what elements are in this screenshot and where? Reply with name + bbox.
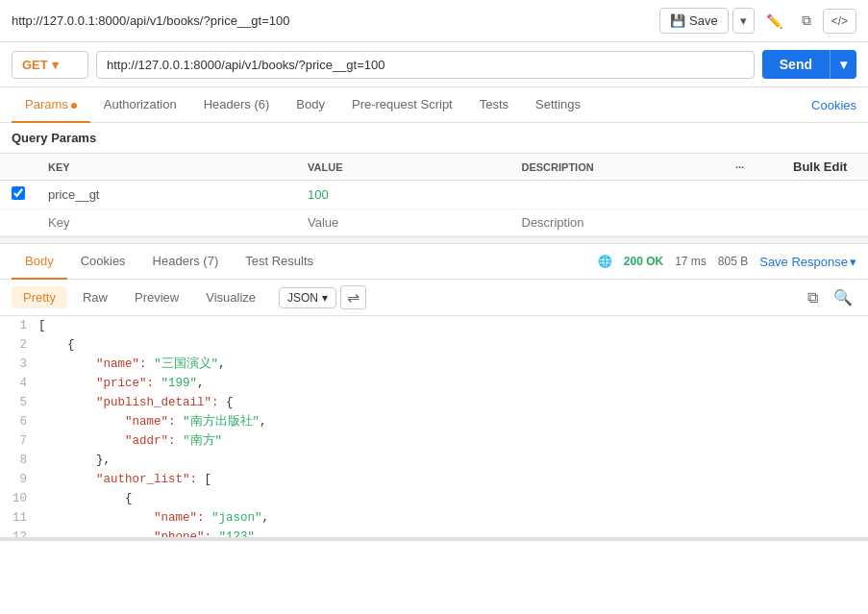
params-table: KEY VALUE DESCRIPTION ··· Bulk Edit xyxy=(0,153,868,236)
send-button[interactable]: Send ▾ xyxy=(762,50,856,79)
save-response-button[interactable]: Save Response ▾ xyxy=(759,255,856,269)
th-description: DESCRIPTION xyxy=(510,154,725,181)
tab-authorization[interactable]: Authorization xyxy=(90,87,190,123)
wrap-button[interactable]: ⇌ xyxy=(340,285,366,309)
line-content: "phone": "123" xyxy=(38,528,868,537)
resp-tab-cookies[interactable]: Cookies xyxy=(67,244,139,280)
edit-button[interactable]: ✏️ xyxy=(758,9,790,34)
line-content: "publish_detail": { xyxy=(38,393,868,412)
code-line: 8 }, xyxy=(0,451,868,470)
bulk-edit-button[interactable]: Bulk Edit xyxy=(793,160,847,174)
tab-headers[interactable]: Headers (6) xyxy=(190,87,284,123)
response-time: 17 ms xyxy=(675,255,707,268)
code-area: 1[2 {3 "name": "三国演义",4 "price": "199",5… xyxy=(0,316,868,537)
line-number: 11 xyxy=(0,508,38,528)
response-tabs: Body Cookies Headers (7) Test Results 🌐 … xyxy=(0,244,868,280)
search-response-button[interactable]: 🔍 xyxy=(830,286,856,308)
row-checkbox[interactable] xyxy=(12,186,25,200)
request-tabs: Params Authorization Headers (6) Body Pr… xyxy=(0,87,868,123)
tab-prerequest[interactable]: Pre-request Script xyxy=(338,87,466,123)
line-number: 4 xyxy=(0,374,38,393)
tab-params[interactable]: Params xyxy=(12,87,90,123)
save-button[interactable]: 💾 Save xyxy=(659,8,729,34)
code-line: 12 "phone": "123" xyxy=(0,528,868,537)
new-desc-input[interactable] xyxy=(522,215,713,230)
resp-tab-headers[interactable]: Headers (7) xyxy=(139,244,233,280)
line-number: 12 xyxy=(0,528,38,537)
code-line: 1[ xyxy=(0,316,868,335)
copy-response-button[interactable]: ⧉ xyxy=(804,286,822,308)
query-params-label: Query Params xyxy=(0,123,868,153)
line-number: 9 xyxy=(0,470,38,489)
save-icon: 💾 xyxy=(670,13,685,28)
tab-tests[interactable]: Tests xyxy=(466,87,522,123)
line-number: 6 xyxy=(0,412,38,431)
code-line: 5 "publish_detail": { xyxy=(0,393,868,412)
resize-handle[interactable] xyxy=(0,537,868,541)
fmt-tab-preview[interactable]: Preview xyxy=(123,286,190,308)
new-value-input[interactable] xyxy=(308,215,499,230)
line-number: 1 xyxy=(0,316,38,335)
th-bulk: Bulk Edit xyxy=(781,154,868,181)
value-input[interactable] xyxy=(308,187,499,202)
format-type-select[interactable]: JSON ▾ xyxy=(279,287,336,308)
globe-icon: 🌐 xyxy=(598,255,612,268)
code-line: 2 { xyxy=(0,335,868,355)
fmt-tab-raw[interactable]: Raw xyxy=(71,286,119,308)
key-input[interactable] xyxy=(48,187,285,202)
format-bar: Pretty Raw Preview Visualize JSON ▾ ⇌ ⧉ … xyxy=(0,280,868,316)
resp-tab-body[interactable]: Body xyxy=(12,244,67,280)
code-button[interactable]: </> xyxy=(823,9,856,34)
line-content: "name": "jason", xyxy=(38,508,868,528)
method-select[interactable]: GET ▾ xyxy=(12,51,88,79)
line-number: 7 xyxy=(0,431,38,451)
params-dot xyxy=(71,103,77,109)
line-content: "name": "南方出版社", xyxy=(38,412,868,431)
code-line: 10 { xyxy=(0,489,868,508)
line-content: "addr": "南方" xyxy=(38,431,868,451)
url-input[interactable] xyxy=(96,51,755,79)
code-line: 3 "name": "三国演义", xyxy=(0,355,868,374)
tab-settings[interactable]: Settings xyxy=(522,87,594,123)
line-content: { xyxy=(38,335,868,355)
code-line: 9 "author_list": [ xyxy=(0,470,868,489)
new-key-input[interactable] xyxy=(48,215,285,230)
line-number: 8 xyxy=(0,451,38,470)
save-dropdown-button[interactable]: ▾ xyxy=(732,8,755,34)
copy-button[interactable]: ⧉ xyxy=(794,8,819,34)
th-check xyxy=(0,154,37,181)
tab-body[interactable]: Body xyxy=(283,87,338,123)
fmt-tab-visualize[interactable]: Visualize xyxy=(194,286,267,308)
line-content: "author_list": [ xyxy=(38,470,868,489)
line-number: 2 xyxy=(0,335,38,355)
th-actions: ··· xyxy=(724,154,781,181)
line-number: 5 xyxy=(0,393,38,412)
section-divider xyxy=(0,236,868,244)
code-line: 6 "name": "南方出版社", xyxy=(0,412,868,431)
url-bar: http://127.0.0.1:8000/api/v1/books/?pric… xyxy=(0,0,868,42)
cookies-link[interactable]: Cookies xyxy=(811,88,856,122)
new-row xyxy=(0,209,868,236)
line-number: 3 xyxy=(0,355,38,374)
response-size: 805 B xyxy=(718,255,748,268)
url-display: http://127.0.0.1:8000/api/v1/books/?pric… xyxy=(12,13,289,28)
resp-tab-testresults[interactable]: Test Results xyxy=(232,244,327,280)
code-line: 4 "price": "199", xyxy=(0,374,868,393)
th-value: VALUE xyxy=(296,154,510,181)
line-content: "price": "199", xyxy=(38,374,868,393)
table-row xyxy=(0,181,868,209)
line-content: }, xyxy=(38,451,868,470)
url-bar-actions: 💾 Save ▾ ✏️ ⧉ </> xyxy=(659,8,856,34)
code-line: 11 "name": "jason", xyxy=(0,508,868,528)
line-content: [ xyxy=(38,316,868,335)
status-code: 200 OK xyxy=(624,255,663,268)
line-content: "name": "三国演义", xyxy=(38,355,868,374)
th-key: KEY xyxy=(37,154,296,181)
line-number: 10 xyxy=(0,489,38,508)
desc-input[interactable] xyxy=(522,187,713,202)
params-section: Query Params KEY VALUE DESCRIPTION ··· B… xyxy=(0,123,868,236)
code-line: 7 "addr": "南方" xyxy=(0,431,868,451)
request-line: GET ▾ Send ▾ xyxy=(0,42,868,87)
line-content: { xyxy=(38,489,868,508)
fmt-tab-pretty[interactable]: Pretty xyxy=(12,286,67,308)
